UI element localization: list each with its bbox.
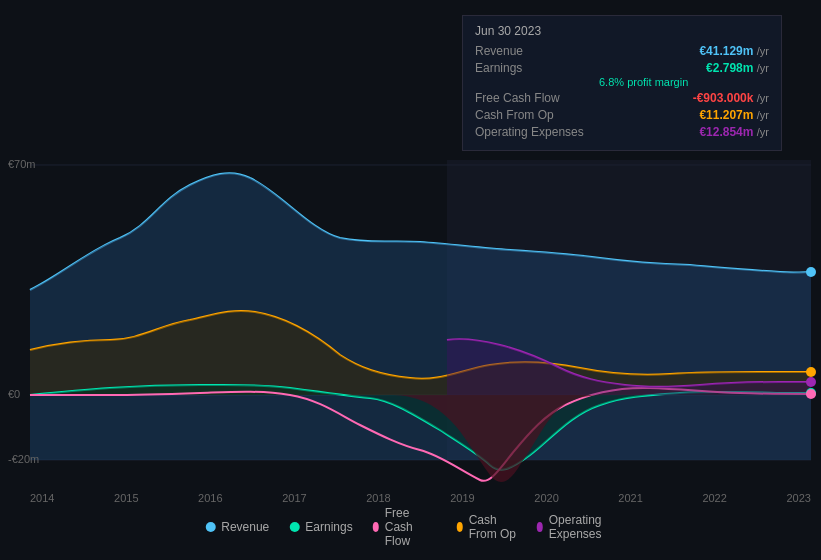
x-label-2022: 2022: [702, 492, 726, 504]
tooltip-title: Jun 30 2023: [475, 24, 769, 38]
tooltip-box: Jun 30 2023 Revenue €41.129m /yr Earning…: [462, 15, 782, 151]
legend-label-fcf: Free Cash Flow: [385, 506, 437, 548]
legend-dot-earnings: [289, 522, 299, 532]
tooltip-label-revenue: Revenue: [475, 44, 595, 58]
legend-item-revenue[interactable]: Revenue: [205, 520, 269, 534]
tooltip-value-earnings: €2.798m /yr: [706, 61, 769, 75]
x-label-2017: 2017: [282, 492, 306, 504]
tooltip-label-cashfromop: Cash From Op: [475, 108, 595, 122]
svg-point-7: [806, 367, 816, 377]
tooltip-value-revenue: €41.129m /yr: [699, 44, 769, 58]
x-label-2018: 2018: [366, 492, 390, 504]
x-label-2015: 2015: [114, 492, 138, 504]
x-label-2014: 2014: [30, 492, 54, 504]
tooltip-value-fcf: -€903.000k /yr: [693, 91, 769, 105]
svg-point-9: [806, 389, 816, 399]
y-label-top: €70m: [8, 158, 36, 170]
svg-point-6: [806, 267, 816, 277]
legend-label-opex: Operating Expenses: [549, 513, 616, 541]
tooltip-value-opex: €12.854m /yr: [699, 125, 769, 139]
tooltip-row-cashfromop: Cash From Op €11.207m /yr: [475, 108, 769, 122]
x-axis-labels: 2014 2015 2016 2017 2018 2019 2020 2021 …: [30, 492, 811, 504]
y-label-bottom: -€20m: [8, 453, 39, 465]
x-label-2020: 2020: [534, 492, 558, 504]
y-label-zero: €0: [8, 388, 20, 400]
x-label-2023: 2023: [786, 492, 810, 504]
legend-item-fcf[interactable]: Free Cash Flow: [373, 506, 437, 548]
tooltip-row-opex: Operating Expenses €12.854m /yr: [475, 125, 769, 139]
x-label-2016: 2016: [198, 492, 222, 504]
tooltip-row-earnings: Earnings €2.798m /yr: [475, 61, 769, 75]
svg-point-10: [806, 377, 816, 387]
legend-item-cashfromop[interactable]: Cash From Op: [457, 513, 517, 541]
tooltip-row-revenue: Revenue €41.129m /yr: [475, 44, 769, 58]
chart-legend: Revenue Earnings Free Cash Flow Cash Fro…: [205, 506, 616, 548]
tooltip-label-fcf: Free Cash Flow: [475, 91, 595, 105]
legend-dot-revenue: [205, 522, 215, 532]
tooltip-profit-margin: 6.8% profit margin: [599, 76, 688, 88]
legend-item-earnings[interactable]: Earnings: [289, 520, 352, 534]
tooltip-profit-margin-row: 6.8% profit margin: [475, 76, 769, 88]
legend-dot-cashfromop: [457, 522, 463, 532]
chart-container: €70m €0 -€20m 2014 2015 2016 2017 2018 2…: [0, 0, 821, 560]
legend-item-opex[interactable]: Operating Expenses: [537, 513, 616, 541]
tooltip-row-fcf: Free Cash Flow -€903.000k /yr: [475, 91, 769, 105]
legend-dot-fcf: [373, 522, 379, 532]
legend-label-revenue: Revenue: [221, 520, 269, 534]
legend-label-cashfromop: Cash From Op: [469, 513, 517, 541]
tooltip-label-opex: Operating Expenses: [475, 125, 595, 139]
x-label-2021: 2021: [618, 492, 642, 504]
tooltip-label-earnings: Earnings: [475, 61, 595, 75]
x-label-2019: 2019: [450, 492, 474, 504]
legend-dot-opex: [537, 522, 543, 532]
legend-label-earnings: Earnings: [305, 520, 352, 534]
tooltip-value-cashfromop: €11.207m /yr: [699, 108, 769, 122]
